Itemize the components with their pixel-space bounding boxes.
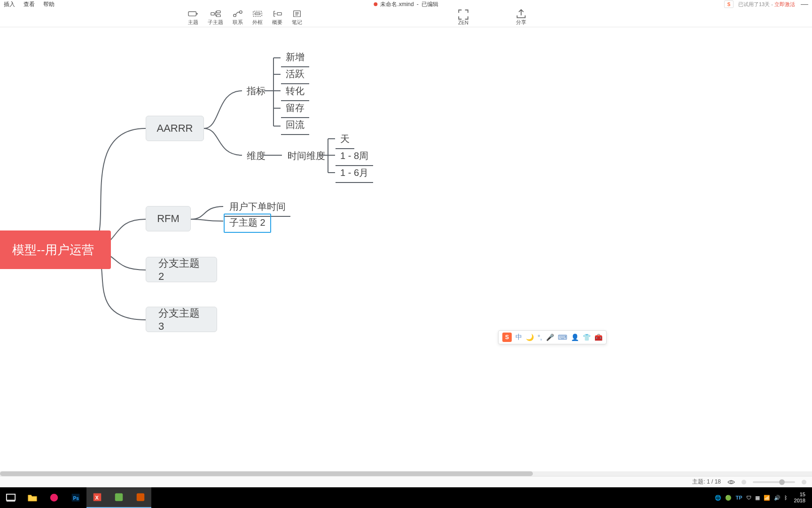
leaf-huiliu[interactable]: 回流	[281, 117, 309, 135]
node-shijianweidu[interactable]: 时间维度	[283, 148, 330, 165]
svg-rect-23	[115, 493, 123, 501]
preview-icon[interactable]	[727, 478, 735, 486]
root-node[interactable]: 模型--用户运营	[0, 230, 111, 269]
svg-rect-0	[188, 11, 196, 16]
taskbar-clock[interactable]: 15 2018	[791, 492, 808, 504]
boundary-icon	[252, 9, 263, 18]
ime-moon-icon[interactable]: 🌙	[526, 333, 534, 341]
file-name: 未命名.xmind	[380, 0, 414, 8]
topic-button[interactable]: 主题	[188, 9, 198, 26]
leaf-zhuanhua[interactable]: 转化	[281, 83, 309, 101]
zoom-in-icon[interactable]	[802, 480, 806, 484]
app-pink-icon[interactable]	[43, 487, 65, 508]
menu-view[interactable]: 查看	[23, 0, 35, 8]
svg-rect-10	[277, 12, 281, 15]
tray-shield-icon[interactable]: 🛡	[746, 495, 751, 500]
notes-button[interactable]: 笔记	[292, 9, 302, 26]
tray-volume-icon[interactable]: 🔊	[774, 495, 781, 501]
leaf-huoyue[interactable]: 活跃	[281, 66, 309, 84]
share-button[interactable]: 分享	[516, 9, 526, 26]
leaf-xinzeng[interactable]: 新增	[281, 49, 309, 67]
ime-punct-icon[interactable]: °,	[538, 333, 542, 341]
unsaved-indicator-icon	[374, 2, 377, 6]
leaf-tian[interactable]: 天	[336, 131, 354, 149]
svg-point-15	[730, 481, 733, 483]
svg-rect-5	[216, 15, 220, 17]
branch-aarrr[interactable]: AARRR	[146, 116, 204, 141]
app-green1-icon[interactable]	[108, 487, 130, 508]
tray-chrome-icon[interactable]: 🟢	[725, 495, 732, 501]
tray-wifi-icon[interactable]: 📶	[764, 495, 770, 501]
system-tray[interactable]: 🌐 🟢 TP 🛡 ▦ 📶 🔊 ᛒ 15 2018	[711, 492, 812, 504]
ime-mic-icon[interactable]: 🎤	[546, 333, 554, 341]
sogou-logo-icon: S	[502, 333, 512, 342]
leaf-editing-subtopic2[interactable]: 子主题 2	[224, 214, 271, 233]
ime-toolbox-icon[interactable]: 🧰	[594, 333, 602, 341]
zoom-out-icon[interactable]	[742, 480, 746, 484]
topic-icon	[188, 9, 198, 18]
svg-point-18	[50, 494, 58, 502]
summary-icon	[272, 9, 282, 18]
node-zhibiao[interactable]: 指标	[242, 83, 270, 100]
notes-icon	[292, 9, 302, 18]
fullscreen-icon	[458, 10, 468, 19]
tray-globe-icon[interactable]: 🌐	[715, 495, 721, 501]
svg-rect-4	[216, 11, 220, 13]
svg-rect-16	[7, 494, 15, 500]
svg-rect-3	[211, 12, 214, 15]
file-status: 已编辑	[422, 0, 438, 8]
subtopic-button[interactable]: 子主题	[208, 9, 223, 26]
svg-point-7	[240, 11, 242, 13]
menu-insert[interactable]: 插入	[4, 0, 15, 8]
topic-count: 主题: 1 / 18	[692, 478, 721, 486]
scrollbar-thumb[interactable]	[0, 471, 533, 476]
boundary-button[interactable]: 外框	[252, 9, 263, 26]
summary-button[interactable]: 概要	[272, 9, 282, 26]
branch-4[interactable]: 分支主题 3	[146, 307, 217, 332]
file-explorer-icon[interactable]	[22, 487, 43, 508]
zoom-knob[interactable]	[779, 479, 785, 485]
ime-keyboard-icon[interactable]: ⌨	[558, 333, 567, 341]
menu-help[interactable]: 帮助	[43, 0, 55, 8]
zoom-slider[interactable]	[753, 481, 795, 483]
app-green2-icon[interactable]	[130, 487, 151, 508]
tray-app-icon[interactable]: ▦	[755, 495, 760, 501]
minimize-button[interactable]: —	[800, 0, 809, 8]
leaf-1-8zhou[interactable]: 1 - 8周	[336, 148, 373, 166]
window-title: 未命名.xmind - 已编辑	[374, 0, 438, 8]
horizontal-scrollbar[interactable]	[0, 471, 812, 476]
status-bar: 主题: 1 / 18	[0, 476, 812, 487]
share-icon	[516, 9, 526, 18]
relation-icon	[233, 9, 243, 18]
svg-rect-9	[255, 13, 260, 15]
tray-bluetooth-icon[interactable]: ᛒ	[784, 495, 788, 500]
svg-text:X: X	[95, 495, 99, 500]
branch-rfm[interactable]: RFM	[146, 206, 191, 231]
photoshop-icon[interactable]: Ps	[65, 487, 86, 508]
toolbar: 主题 子主题 联系 外框 概要 笔记 ZEN 分享	[0, 8, 812, 27]
svg-text:Ps: Ps	[73, 496, 79, 501]
branch-3[interactable]: 分支主题 2	[146, 257, 217, 282]
zen-button[interactable]: ZEN	[458, 10, 468, 25]
xmind-icon[interactable]: X	[86, 487, 108, 508]
mindmap-canvas[interactable]: 模型--用户运营 AARRR RFM 分支主题 2 分支主题 3 指标 维度 新…	[0, 27, 812, 471]
svg-rect-8	[253, 11, 262, 16]
windows-taskbar: Ps X 🌐 🟢 TP 🛡 ▦ 📶 🔊 ᛒ 15 2018	[0, 487, 812, 508]
leaf-1-6yue[interactable]: 1 - 6月	[336, 165, 373, 183]
relation-button[interactable]: 联系	[233, 9, 243, 26]
menu-bar: 插入 查看 帮助 未命名.xmind - 已编辑 S 已试用了13天 - 立即激…	[0, 0, 812, 8]
task-view-icon[interactable]	[0, 487, 22, 508]
ime-skin-icon[interactable]: 👕	[583, 333, 591, 341]
tray-tp-icon[interactable]: TP	[735, 495, 742, 500]
connector-lines	[0, 27, 812, 471]
ime-person-icon[interactable]: 👤	[571, 333, 579, 341]
leaf-liucun[interactable]: 留存	[281, 100, 309, 118]
node-weidu[interactable]: 维度	[242, 148, 270, 165]
trial-banner[interactable]: 已试用了13天 - 立即激活	[738, 1, 795, 8]
ime-lang[interactable]: 中	[515, 333, 522, 341]
subtopic-icon	[211, 9, 221, 18]
sogou-ime-icon[interactable]: S	[724, 0, 734, 8]
ime-toolbar[interactable]: S 中 🌙 °, 🎤 ⌨ 👤 👕 🧰	[498, 330, 607, 344]
svg-rect-24	[137, 493, 145, 501]
